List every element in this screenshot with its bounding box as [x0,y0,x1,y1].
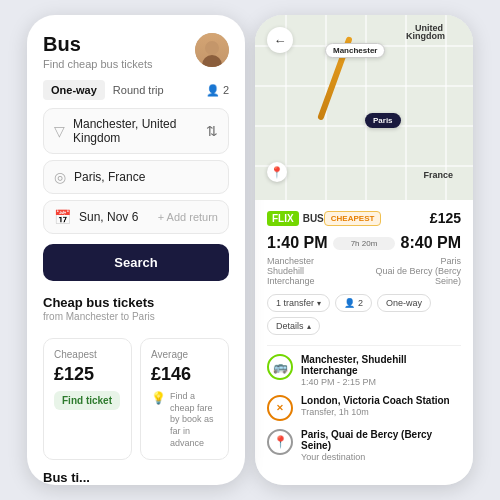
road-h2 [255,85,473,87]
triangle-icon: ▽ [54,123,65,139]
duration-badge: 7h 20m [333,237,394,250]
stop-sub-london: Transfer, 1h 10m [301,407,461,417]
cheapest-badge: CHEAPEST [324,211,382,226]
from-station: Manchester Shudehill Interchange [267,256,351,286]
one-way-button[interactable]: One-way [43,80,105,100]
swap-icon[interactable]: ⇅ [206,123,218,139]
cheap-section: Cheap bus tickets from Manchester to Par… [27,281,245,330]
tag-transfer[interactable]: 1 transfer ▾ [267,294,330,312]
cheap-tip: 💡 Find a cheap fare by book as far in ad… [151,391,218,449]
operator-row: FLIX BUS CHEAPEST £125 [267,210,461,226]
stop-name-london: London, Victoria Coach Station [301,395,461,406]
average-label: Average [151,349,218,360]
destination-icon: 📍 [267,429,293,455]
stop-item-london: ✕ London, Victoria Coach Station Transfe… [267,395,461,421]
map-label-kingdom: Kingdom [406,31,445,41]
round-trip-button[interactable]: Round trip [105,80,172,100]
passenger-tag-num: 2 [358,298,363,308]
search-button[interactable]: Search [43,244,229,281]
average-card: Average £146 💡 Find a cheap fare by book… [140,338,229,460]
cheap-subtitle: from Manchester to Paris [43,311,229,322]
date-field[interactable]: 📅 Sun, Nov 6 + Add return [43,200,229,234]
location-dot: 📍 [267,162,287,182]
find-ticket-button[interactable]: Find ticket [54,391,120,410]
app-container: Bus Find cheap bus tickets One-way Round… [0,0,500,500]
calendar-icon: 📅 [54,209,71,225]
to-field[interactable]: ◎ Paris, France [43,160,229,194]
map-label-france: France [423,170,453,180]
search-fields: ▽ Manchester, United Kingdom ⇅ ◎ Paris, … [27,108,245,234]
from-text: Manchester, United Kingdom [73,117,198,145]
location-icon: ◎ [54,169,66,185]
lightbulb-icon: 💡 [151,391,166,405]
avatar-face [195,33,229,67]
to-text: Paris, France [74,170,218,184]
details-text: Details [276,321,304,331]
depart-time: 1:40 PM [267,234,327,252]
transfer-text: 1 transfer [276,298,314,308]
flixbus-logo: FLIX BUS [267,211,324,226]
right-phone: United Kingdom France Manchester Paris 📍… [255,15,473,485]
add-return-text[interactable]: + Add return [158,211,218,223]
road-h3 [255,125,473,127]
bus-stop-icon: 🚌 [267,354,293,380]
cheapest-card: Cheapest £125 Find ticket [43,338,132,460]
divider [267,345,461,346]
cheapest-label: Cheapest [54,349,121,360]
stop-details-paris: Paris, Quai de Bercy (Bercy Seine) Your … [301,429,461,462]
tag-passengers[interactable]: 👤 2 [335,294,372,312]
stop-name-manchester: Manchester, Shudehill Interchange [301,354,461,376]
tip-text: Find a cheap fare by book as far in adva… [170,391,218,449]
transfer-icon: ✕ [267,395,293,421]
to-station-name: Paris [351,256,461,266]
from-field[interactable]: ▽ Manchester, United Kingdom ⇅ [43,108,229,154]
average-price: £146 [151,364,218,385]
stop-details-manchester: Manchester, Shudehill Interchange 1:40 P… [301,354,461,387]
stop-item-manchester: 🚌 Manchester, Shudehill Interchange 1:40… [267,354,461,387]
stop-name-paris: Paris, Quai de Bercy (Bercy Seine) [301,429,461,451]
person-icon-tag: 👤 [344,298,355,308]
tag-one-way[interactable]: One-way [377,294,431,312]
trip-type-row: One-way Round trip 👤 2 [27,80,245,100]
paris-pin: Paris [365,113,401,128]
avatar[interactable] [195,33,229,67]
arrive-time: 8:40 PM [401,234,461,252]
cheapest-price: £125 [54,364,121,385]
ticket-price: £125 [430,210,461,226]
road-v4 [405,15,407,200]
flix-green: FLIX [267,211,299,226]
cheap-title: Cheap bus tickets [43,295,229,310]
passenger-count: 👤 2 [206,84,229,97]
stop-sub-paris: Your destination [301,452,461,462]
chevron-down-icon: ▾ [317,299,321,308]
stop-details-london: London, Victoria Coach Station Transfer,… [301,395,461,417]
from-station-sub: Shudehill Interchange [267,266,351,286]
left-header: Bus Find cheap bus tickets [27,15,245,80]
page-title: Bus [43,33,152,56]
station-row: Manchester Shudehill Interchange Paris Q… [267,256,461,286]
passenger-number: 2 [223,84,229,96]
right-content: FLIX BUS CHEAPEST £125 1:40 PM 7h 20m 8:… [255,200,473,485]
manchester-pin: Manchester [325,43,385,58]
flix-bus-text: BUS [303,213,324,224]
person-icon: 👤 [206,84,220,97]
tags-row: 1 transfer ▾ 👤 2 One-way Details ▴ [267,294,461,335]
map-area: United Kingdom France Manchester Paris 📍… [255,15,473,200]
to-station: Paris Quai de Bercy (Bercy Seine) [351,256,461,286]
bus-section-header: Bus ti... [27,460,245,485]
road-h4 [255,165,473,167]
chevron-up-icon: ▴ [307,322,311,331]
stop-item-paris: 📍 Paris, Quai de Bercy (Bercy Seine) You… [267,429,461,462]
stop-list: 🚌 Manchester, Shudehill Interchange 1:40… [267,354,461,462]
tag-details[interactable]: Details ▴ [267,317,320,335]
one-way-text: One-way [386,298,422,308]
date-text: Sun, Nov 6 [79,210,150,224]
back-button[interactable]: ← [267,27,293,53]
time-row: 1:40 PM 7h 20m 8:40 PM [267,234,461,252]
to-station-sub: Quai de Bercy (Bercy Seine) [351,266,461,286]
from-station-name: Manchester [267,256,351,266]
left-phone: Bus Find cheap bus tickets One-way Round… [27,15,245,485]
price-cards: Cheapest £125 Find ticket Average £146 💡… [27,338,245,460]
page-subtitle: Find cheap bus tickets [43,58,152,70]
header-text: Bus Find cheap bus tickets [43,33,152,70]
